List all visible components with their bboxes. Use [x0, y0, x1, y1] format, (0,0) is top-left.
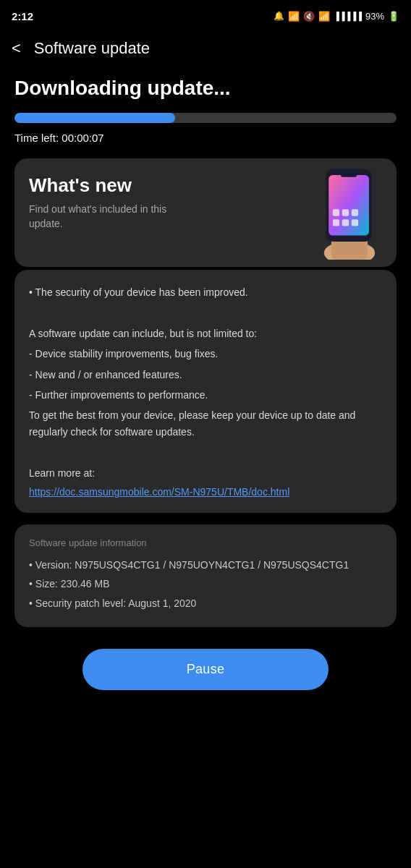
top-nav: < Software update — [0, 29, 411, 71]
phone-illustration — [310, 166, 389, 260]
main-content: Downloading update... Time left: 00:00:0… — [0, 71, 411, 627]
update-note-keep-up: To get the best from your device, please… — [29, 407, 382, 440]
battery-icon: 🔋 — [388, 11, 399, 22]
info-version: • Version: N975USQS4CTG1 / N975UOYN4CTG1… — [29, 557, 382, 573]
whats-new-subtitle: Find out what's included in this update. — [29, 203, 188, 231]
bluetooth-icon: 📶 — [288, 11, 300, 22]
update-note-bullet1: • The security of your device has been i… — [29, 284, 382, 300]
svg-rect-4 — [341, 172, 357, 177]
update-notes-card: • The security of your device has been i… — [14, 270, 397, 513]
pause-btn-container: Pause — [0, 642, 411, 719]
signal-icon: ▐▐▐▐▐ — [334, 12, 362, 20]
info-card-title: Software update information — [29, 537, 382, 548]
update-note-learn-more: Learn more at: — [29, 465, 382, 481]
mute-icon: 🔇 — [303, 11, 315, 22]
svg-rect-7 — [352, 209, 358, 216]
svg-rect-9 — [342, 219, 349, 226]
time-left-text: Time left: 00:00:07 — [14, 132, 397, 144]
svg-rect-3 — [329, 175, 369, 236]
downloading-title: Downloading update... — [14, 77, 397, 100]
info-patch: • Security patch level: August 1, 2020 — [29, 595, 382, 611]
update-note-item1: - Device stability improvements, bug fix… — [29, 346, 382, 362]
battery-text: 93% — [365, 11, 384, 22]
update-note-item2: - New and / or enhanced features. — [29, 367, 382, 383]
svg-rect-6 — [342, 209, 349, 216]
progress-bar-container — [14, 113, 397, 123]
status-bar: 2:12 🔔 📶 🔇 📶 ▐▐▐▐▐ 93% 🔋 — [0, 0, 411, 29]
back-button[interactable]: < — [6, 36, 27, 61]
svg-rect-10 — [352, 219, 358, 226]
info-size: • Size: 230.46 MB — [29, 576, 382, 592]
wifi-icon: 📶 — [318, 11, 330, 22]
status-icons: 🔔 📶 🔇 📶 ▐▐▐▐▐ 93% 🔋 — [274, 11, 399, 22]
pause-button[interactable]: Pause — [82, 649, 329, 690]
update-note-link[interactable]: https://doc.samsungmobile.com/SM-N975U/T… — [29, 486, 289, 498]
update-note-intro: A software update can include, but is no… — [29, 326, 382, 341]
svg-rect-8 — [333, 219, 339, 226]
page-title: Software update — [34, 39, 150, 58]
update-note-item3: - Further improvements to performance. — [29, 387, 382, 403]
svg-rect-5 — [333, 209, 339, 216]
status-time: 2:12 — [12, 10, 33, 22]
progress-fill — [14, 113, 175, 123]
whats-new-card: What's new Find out what's included in t… — [14, 158, 397, 267]
alarm-icon: 🔔 — [274, 11, 284, 21]
software-update-info-card: Software update information • Version: N… — [14, 524, 397, 627]
